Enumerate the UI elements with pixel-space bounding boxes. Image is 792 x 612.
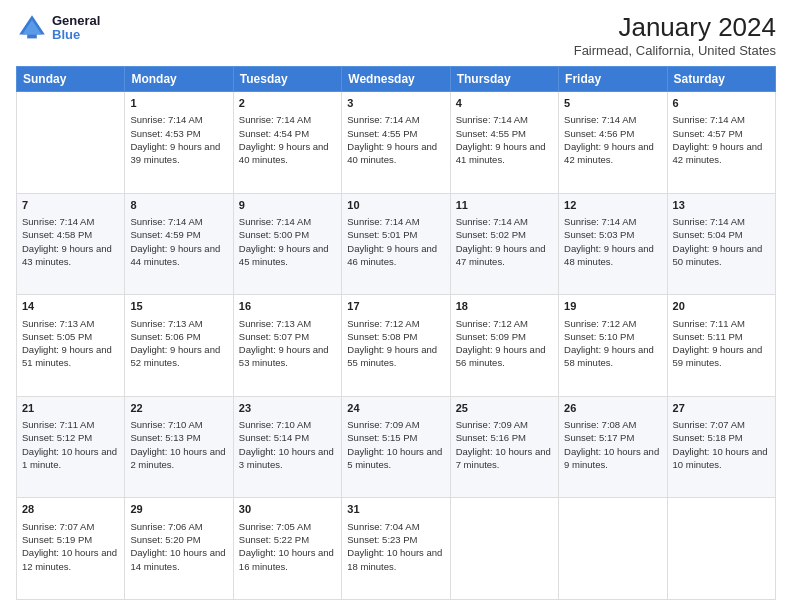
sunset-text: Sunset: 5:07 PM: [239, 331, 309, 342]
sunset-text: Sunset: 5:09 PM: [456, 331, 526, 342]
daylight-text: Daylight: 9 hours and 42 minutes.: [673, 141, 763, 165]
daylight-text: Daylight: 10 hours and 5 minutes.: [347, 446, 442, 470]
month-title: January 2024: [574, 12, 776, 43]
daylight-text: Daylight: 9 hours and 40 minutes.: [239, 141, 329, 165]
calendar-cell: 3 Sunrise: 7:14 AM Sunset: 4:55 PM Dayli…: [342, 92, 450, 194]
sunset-text: Sunset: 5:03 PM: [564, 229, 634, 240]
calendar-cell: 1 Sunrise: 7:14 AM Sunset: 4:53 PM Dayli…: [125, 92, 233, 194]
calendar-cell: 31 Sunrise: 7:04 AM Sunset: 5:23 PM Dayl…: [342, 498, 450, 600]
day-number: 13: [673, 198, 770, 213]
day-number: 3: [347, 96, 444, 111]
calendar-week-row: 21 Sunrise: 7:11 AM Sunset: 5:12 PM Dayl…: [17, 396, 776, 498]
sunset-text: Sunset: 4:57 PM: [673, 128, 743, 139]
day-number: 11: [456, 198, 553, 213]
calendar-week-row: 1 Sunrise: 7:14 AM Sunset: 4:53 PM Dayli…: [17, 92, 776, 194]
sunrise-text: Sunrise: 7:08 AM: [564, 419, 636, 430]
day-number: 12: [564, 198, 661, 213]
day-number: 26: [564, 401, 661, 416]
sunset-text: Sunset: 5:23 PM: [347, 534, 417, 545]
calendar-cell: 16 Sunrise: 7:13 AM Sunset: 5:07 PM Dayl…: [233, 295, 341, 397]
daylight-text: Daylight: 9 hours and 41 minutes.: [456, 141, 546, 165]
calendar-cell: 21 Sunrise: 7:11 AM Sunset: 5:12 PM Dayl…: [17, 396, 125, 498]
daylight-text: Daylight: 10 hours and 12 minutes.: [22, 547, 117, 571]
sunrise-text: Sunrise: 7:13 AM: [22, 318, 94, 329]
calendar-cell: 23 Sunrise: 7:10 AM Sunset: 5:14 PM Dayl…: [233, 396, 341, 498]
calendar-cell: 29 Sunrise: 7:06 AM Sunset: 5:20 PM Dayl…: [125, 498, 233, 600]
calendar-cell: 24 Sunrise: 7:09 AM Sunset: 5:15 PM Dayl…: [342, 396, 450, 498]
day-number: 14: [22, 299, 119, 314]
calendar-cell: 7 Sunrise: 7:14 AM Sunset: 4:58 PM Dayli…: [17, 193, 125, 295]
daylight-text: Daylight: 10 hours and 7 minutes.: [456, 446, 551, 470]
sunset-text: Sunset: 5:12 PM: [22, 432, 92, 443]
day-number: 6: [673, 96, 770, 111]
col-tuesday: Tuesday: [233, 67, 341, 92]
daylight-text: Daylight: 9 hours and 42 minutes.: [564, 141, 654, 165]
header: General Blue January 2024 Fairmead, Cali…: [16, 12, 776, 58]
calendar-cell: 15 Sunrise: 7:13 AM Sunset: 5:06 PM Dayl…: [125, 295, 233, 397]
sunrise-text: Sunrise: 7:07 AM: [22, 521, 94, 532]
daylight-text: Daylight: 9 hours and 50 minutes.: [673, 243, 763, 267]
daylight-text: Daylight: 9 hours and 39 minutes.: [130, 141, 220, 165]
sunset-text: Sunset: 5:08 PM: [347, 331, 417, 342]
day-number: 20: [673, 299, 770, 314]
calendar-cell: 28 Sunrise: 7:07 AM Sunset: 5:19 PM Dayl…: [17, 498, 125, 600]
daylight-text: Daylight: 9 hours and 59 minutes.: [673, 344, 763, 368]
sunrise-text: Sunrise: 7:04 AM: [347, 521, 419, 532]
day-number: 18: [456, 299, 553, 314]
day-number: 30: [239, 502, 336, 517]
sunset-text: Sunset: 5:20 PM: [130, 534, 200, 545]
day-number: 23: [239, 401, 336, 416]
daylight-text: Daylight: 9 hours and 55 minutes.: [347, 344, 437, 368]
sunrise-text: Sunrise: 7:14 AM: [130, 216, 202, 227]
calendar-cell: [450, 498, 558, 600]
sunset-text: Sunset: 5:22 PM: [239, 534, 309, 545]
daylight-text: Daylight: 10 hours and 18 minutes.: [347, 547, 442, 571]
daylight-text: Daylight: 9 hours and 58 minutes.: [564, 344, 654, 368]
calendar-cell: 9 Sunrise: 7:14 AM Sunset: 5:00 PM Dayli…: [233, 193, 341, 295]
daylight-text: Daylight: 10 hours and 2 minutes.: [130, 446, 225, 470]
sunrise-text: Sunrise: 7:12 AM: [564, 318, 636, 329]
sunrise-text: Sunrise: 7:13 AM: [239, 318, 311, 329]
calendar-cell: [559, 498, 667, 600]
calendar-cell: 2 Sunrise: 7:14 AM Sunset: 4:54 PM Dayli…: [233, 92, 341, 194]
daylight-text: Daylight: 9 hours and 48 minutes.: [564, 243, 654, 267]
daylight-text: Daylight: 10 hours and 9 minutes.: [564, 446, 659, 470]
daylight-text: Daylight: 10 hours and 1 minute.: [22, 446, 117, 470]
col-wednesday: Wednesday: [342, 67, 450, 92]
daylight-text: Daylight: 9 hours and 43 minutes.: [22, 243, 112, 267]
sunrise-text: Sunrise: 7:09 AM: [347, 419, 419, 430]
calendar-cell: 30 Sunrise: 7:05 AM Sunset: 5:22 PM Dayl…: [233, 498, 341, 600]
daylight-text: Daylight: 10 hours and 3 minutes.: [239, 446, 334, 470]
daylight-text: Daylight: 9 hours and 56 minutes.: [456, 344, 546, 368]
calendar-cell: 12 Sunrise: 7:14 AM Sunset: 5:03 PM Dayl…: [559, 193, 667, 295]
sunrise-text: Sunrise: 7:14 AM: [239, 114, 311, 125]
sunset-text: Sunset: 4:58 PM: [22, 229, 92, 240]
sunset-text: Sunset: 5:11 PM: [673, 331, 743, 342]
sunrise-text: Sunrise: 7:13 AM: [130, 318, 202, 329]
day-number: 9: [239, 198, 336, 213]
day-number: 16: [239, 299, 336, 314]
day-number: 31: [347, 502, 444, 517]
sunrise-text: Sunrise: 7:14 AM: [564, 216, 636, 227]
calendar-cell: 25 Sunrise: 7:09 AM Sunset: 5:16 PM Dayl…: [450, 396, 558, 498]
day-number: 25: [456, 401, 553, 416]
sunset-text: Sunset: 4:59 PM: [130, 229, 200, 240]
calendar-cell: [17, 92, 125, 194]
calendar-week-row: 7 Sunrise: 7:14 AM Sunset: 4:58 PM Dayli…: [17, 193, 776, 295]
day-number: 10: [347, 198, 444, 213]
logo: General Blue: [16, 12, 100, 44]
sunset-text: Sunset: 5:19 PM: [22, 534, 92, 545]
day-number: 7: [22, 198, 119, 213]
calendar-week-row: 28 Sunrise: 7:07 AM Sunset: 5:19 PM Dayl…: [17, 498, 776, 600]
daylight-text: Daylight: 9 hours and 53 minutes.: [239, 344, 329, 368]
sunset-text: Sunset: 5:16 PM: [456, 432, 526, 443]
calendar-cell: 4 Sunrise: 7:14 AM Sunset: 4:55 PM Dayli…: [450, 92, 558, 194]
sunset-text: Sunset: 5:15 PM: [347, 432, 417, 443]
daylight-text: Daylight: 9 hours and 52 minutes.: [130, 344, 220, 368]
calendar-cell: 10 Sunrise: 7:14 AM Sunset: 5:01 PM Dayl…: [342, 193, 450, 295]
sunset-text: Sunset: 5:14 PM: [239, 432, 309, 443]
sunrise-text: Sunrise: 7:14 AM: [673, 114, 745, 125]
sunrise-text: Sunrise: 7:14 AM: [347, 114, 419, 125]
sunrise-text: Sunrise: 7:14 AM: [347, 216, 419, 227]
day-number: 8: [130, 198, 227, 213]
